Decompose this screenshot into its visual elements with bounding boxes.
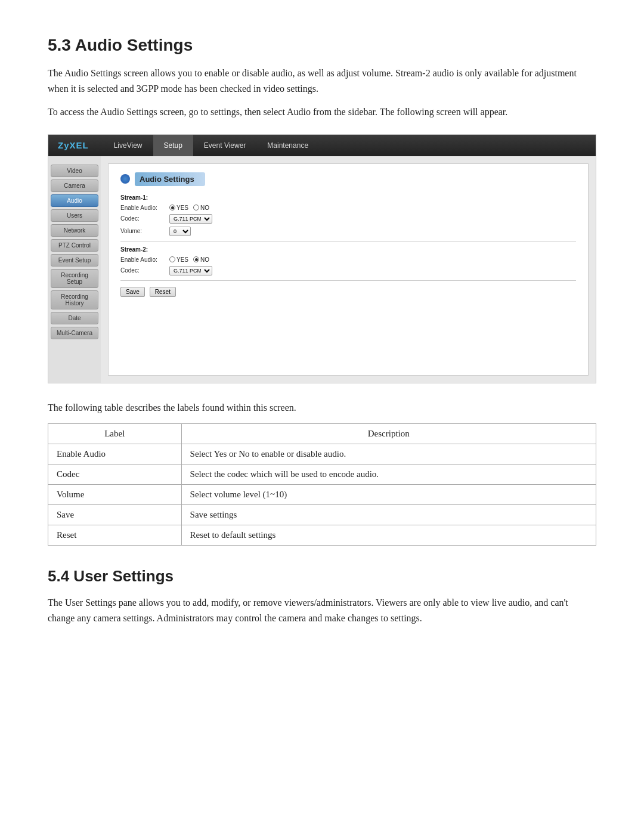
sidebar-item-ptz[interactable]: PTZ Control <box>51 239 98 252</box>
sidebar-item-recordinghistory[interactable]: Recording History <box>51 290 98 309</box>
stream1-label: Stream-1: <box>120 194 576 201</box>
sidebar-item-recordingsetup[interactable]: Recording Setup <box>51 269 98 288</box>
stream1-enable-row: Enable Audio: YES NO <box>120 205 576 211</box>
sidebar-item-audio[interactable]: Audio <box>51 194 98 207</box>
stream2-enable-radios: YES NO <box>169 256 209 263</box>
screenshot-container: ZyXEL LiveView Setup Event Viewer Mainte… <box>48 134 596 383</box>
sidebar-item-date[interactable]: Date <box>51 312 98 324</box>
buttons-divider <box>120 280 576 281</box>
table-row: Codec Select the codec which will be use… <box>48 465 596 485</box>
section2-para-1: The User Settings pane allows you to add… <box>48 595 596 625</box>
table-row: Save Save settings <box>48 505 596 525</box>
table-cell-description: Select volume level (1~10) <box>181 485 596 505</box>
nav-item-setup[interactable]: Setup <box>153 135 193 156</box>
stream2-yes-radio[interactable] <box>169 256 175 262</box>
stream1-volume-label: Volume: <box>120 228 169 234</box>
section-heading-5-3: 5.3 Audio Settings <box>48 36 596 55</box>
stream1-yes-radio[interactable] <box>169 205 175 210</box>
sidebar: Video Camera Audio Users Network PTZ Con… <box>48 156 101 383</box>
stream2-codec-row: Codec: G.711 PCM <box>120 266 576 275</box>
stream1-no-label: NO <box>200 205 209 211</box>
nav-item-maintenance[interactable]: Maintenance <box>256 135 319 156</box>
stream1-enable-radios: YES NO <box>169 205 209 211</box>
stream-divider <box>120 241 576 241</box>
stream2-no-label: NO <box>200 256 209 263</box>
table-cell-description: Save settings <box>181 505 596 525</box>
panel-title-text: Audio Settings <box>135 172 205 186</box>
table-header-label: Label <box>48 424 182 444</box>
stream1-volume-select[interactable]: 0 <box>169 227 191 236</box>
table-desc-para: The following table describes the labels… <box>48 400 596 416</box>
save-button[interactable]: Save <box>120 287 145 297</box>
table-cell-description: Reset to default settings <box>181 525 596 546</box>
stream2-enable-yes-option[interactable]: YES <box>169 256 188 263</box>
stream2-yes-label: YES <box>177 256 188 263</box>
sidebar-item-camera[interactable]: Camera <box>51 179 98 192</box>
stream1-no-radio[interactable] <box>193 205 199 210</box>
panel-title-row: Audio Settings <box>120 172 576 186</box>
table-row: Volume Select volume level (1~10) <box>48 485 596 505</box>
stream2-no-radio[interactable] <box>193 256 199 262</box>
stream2-codec-label: Codec: <box>120 267 169 274</box>
sidebar-item-users[interactable]: Users <box>51 209 98 222</box>
stream1-volume-row: Volume: 0 <box>120 227 576 236</box>
stream1-codec-select[interactable]: G.711 PCM <box>169 214 212 224</box>
nav-item-liveview[interactable]: LiveView <box>103 135 153 156</box>
stream1-yes-label: YES <box>177 205 188 211</box>
stream2-enable-no-option[interactable]: NO <box>193 256 209 263</box>
section-para-2: To access the Audio Settings screen, go … <box>48 104 596 120</box>
content-panel: Audio Settings Stream-1: Enable Audio: Y… <box>108 163 589 376</box>
table-cell-label: Enable Audio <box>48 444 182 465</box>
table-cell-label: Volume <box>48 485 182 505</box>
stream1-enable-yes-option[interactable]: YES <box>169 205 188 211</box>
form-buttons: Save Reset <box>120 286 576 297</box>
table-row: Enable Audio Select Yes or No to enable … <box>48 444 596 465</box>
main-area: Video Camera Audio Users Network PTZ Con… <box>48 156 596 383</box>
table-row: Reset Reset to default settings <box>48 525 596 546</box>
nav-item-eventviewer[interactable]: Event Viewer <box>193 135 256 156</box>
stream1-enable-label: Enable Audio: <box>120 205 169 211</box>
section-heading-5-4: 5.4 User Settings <box>48 567 596 586</box>
audio-settings-icon <box>120 174 130 184</box>
table-header-description: Description <box>181 424 596 444</box>
description-table: Label Description Enable Audio Select Ye… <box>48 423 596 546</box>
stream2-enable-row: Enable Audio: YES NO <box>120 256 576 263</box>
table-cell-label: Reset <box>48 525 182 546</box>
stream1-enable-no-option[interactable]: NO <box>193 205 209 211</box>
stream2-codec-select[interactable]: G.711 PCM <box>169 266 212 275</box>
sidebar-item-video[interactable]: Video <box>51 165 98 177</box>
sidebar-item-eventsetup[interactable]: Event Setup <box>51 254 98 267</box>
sidebar-item-multicamera[interactable]: Multi-Camera <box>51 327 98 339</box>
table-cell-label: Codec <box>48 465 182 485</box>
table-cell-description: Select Yes or No to enable or disable au… <box>181 444 596 465</box>
stream2-label: Stream-2: <box>120 246 576 253</box>
section-para-1: The Audio Settings screen allows you to … <box>48 66 596 96</box>
nav-bar: ZyXEL LiveView Setup Event Viewer Mainte… <box>48 135 596 156</box>
nav-logo: ZyXEL <box>58 140 89 150</box>
reset-button[interactable]: Reset <box>150 287 176 297</box>
stream2-enable-label: Enable Audio: <box>120 256 169 263</box>
table-cell-label: Save <box>48 505 182 525</box>
table-cell-description: Select the codec which will be used to e… <box>181 465 596 485</box>
stream1-codec-label: Codec: <box>120 215 169 222</box>
stream1-codec-row: Codec: G.711 PCM <box>120 214 576 224</box>
sidebar-item-network[interactable]: Network <box>51 224 98 237</box>
